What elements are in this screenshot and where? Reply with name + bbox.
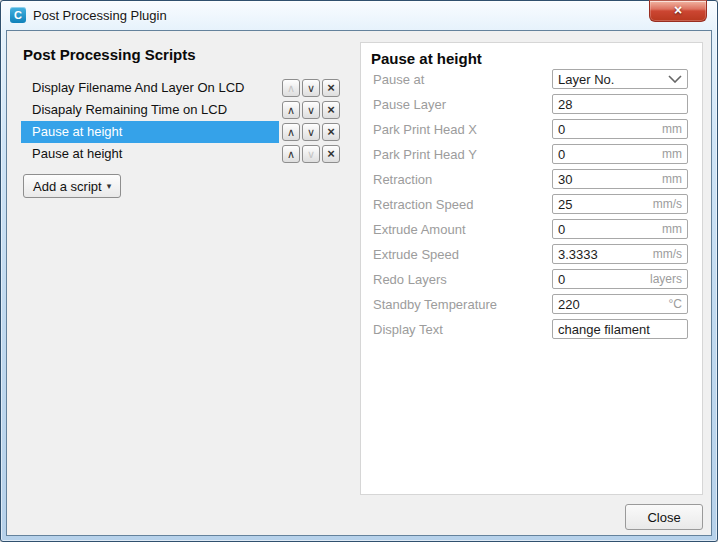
- scripts-panel-title: Post Processing Scripts: [23, 46, 196, 63]
- script-list: Display Filename And Layer On LCD∧∨×Disa…: [21, 77, 340, 165]
- move-down-button[interactable]: ∨: [302, 79, 320, 97]
- remove-script-button[interactable]: ×: [322, 101, 340, 119]
- settings-field-row: Display Text: [361, 319, 702, 339]
- script-item-controls: ∧∨×: [282, 99, 340, 121]
- close-icon: ×: [674, 2, 682, 18]
- titlebar[interactable]: C Post Processing Plugin ×: [1, 1, 717, 29]
- field-input[interactable]: [558, 122, 658, 137]
- add-script-button[interactable]: Add a script ▾: [23, 174, 121, 198]
- field-unit: °C: [669, 297, 682, 311]
- field-input-box: mm: [552, 169, 688, 189]
- field-input[interactable]: [558, 97, 682, 112]
- field-label: Extrude Speed: [373, 247, 552, 262]
- chevron-down-icon: [668, 75, 682, 83]
- settings-panel-title: Pause at height: [371, 50, 482, 67]
- move-down-button[interactable]: ∨: [302, 101, 320, 119]
- field-label: Standby Temperature: [373, 297, 552, 312]
- remove-script-button[interactable]: ×: [322, 79, 340, 97]
- remove-script-button[interactable]: ×: [322, 123, 340, 141]
- field-input[interactable]: [558, 222, 658, 237]
- field-unit: mm/s: [653, 197, 682, 211]
- script-list-item[interactable]: Pause at height∧∨×: [21, 143, 340, 165]
- caret-down-icon: ▾: [107, 182, 112, 191]
- settings-field-row: Standby Temperature°C: [361, 294, 702, 314]
- settings-field-row: Extrude Amountmm: [361, 219, 702, 239]
- field-input[interactable]: [558, 247, 649, 262]
- settings-field-list: Pause atLayer No.Pause LayerPark Print H…: [361, 69, 702, 344]
- field-input[interactable]: [558, 147, 658, 162]
- field-input-box: mm: [552, 219, 688, 239]
- script-list-item[interactable]: Display Filename And Layer On LCD∧∨×: [21, 77, 340, 99]
- field-input-box: mm: [552, 144, 688, 164]
- move-down-button[interactable]: ∨: [302, 123, 320, 141]
- field-label: Park Print Head X: [373, 122, 552, 137]
- close-button[interactable]: Close: [625, 504, 703, 530]
- field-label: Pause Layer: [373, 97, 552, 112]
- move-down-button[interactable]: ∨: [302, 145, 320, 163]
- field-unit: mm: [662, 172, 682, 186]
- script-list-item[interactable]: Pause at height∧∨×: [21, 121, 340, 143]
- field-input-box: [552, 94, 688, 114]
- field-input-box: mm/s: [552, 194, 688, 214]
- field-label: Retraction Speed: [373, 197, 552, 212]
- move-up-button[interactable]: ∧: [282, 101, 300, 119]
- field-label: Extrude Amount: [373, 222, 552, 237]
- field-unit: mm: [662, 147, 682, 161]
- settings-field-row: Pause Layer: [361, 94, 702, 114]
- field-input[interactable]: [558, 172, 658, 187]
- field-label: Park Print Head Y: [373, 147, 552, 162]
- field-input[interactable]: [558, 272, 646, 287]
- field-label: Redo Layers: [373, 272, 552, 287]
- settings-field-row: Park Print Head Xmm: [361, 119, 702, 139]
- script-item-controls: ∧∨×: [282, 77, 340, 99]
- move-up-button[interactable]: ∧: [282, 123, 300, 141]
- move-up-button[interactable]: ∧: [282, 79, 300, 97]
- field-input[interactable]: [558, 322, 682, 337]
- settings-field-row: Retraction Speedmm/s: [361, 194, 702, 214]
- settings-panel: Pause at height Pause atLayer No.Pause L…: [360, 42, 703, 495]
- script-item-label: Pause at height: [21, 121, 279, 143]
- field-unit: mm: [662, 122, 682, 136]
- dropdown-selected-value: Layer No.: [558, 72, 668, 87]
- field-input-box: mm: [552, 119, 688, 139]
- field-input-box: mm/s: [552, 244, 688, 264]
- dialog-content: Post Processing Scripts Display Filename…: [6, 30, 712, 536]
- settings-field-row: Extrude Speedmm/s: [361, 244, 702, 264]
- field-input[interactable]: [558, 297, 665, 312]
- field-input-box: °C: [552, 294, 688, 314]
- field-label: Display Text: [373, 322, 552, 337]
- field-input-box: [552, 319, 688, 339]
- add-script-label: Add a script: [33, 179, 102, 194]
- cura-app-icon: C: [10, 7, 26, 23]
- settings-field-row: Pause atLayer No.: [361, 69, 702, 89]
- script-item-label: Pause at height: [21, 143, 279, 165]
- script-item-controls: ∧∨×: [282, 121, 340, 143]
- field-label: Retraction: [373, 172, 552, 187]
- remove-script-button[interactable]: ×: [322, 145, 340, 163]
- script-item-label: Disapaly Remaining Time on LCD: [21, 99, 279, 121]
- field-input-box: layers: [552, 269, 688, 289]
- field-label: Pause at: [373, 72, 552, 87]
- window-title: Post Processing Plugin: [33, 8, 167, 23]
- script-item-controls: ∧∨×: [282, 143, 340, 165]
- field-unit: mm/s: [653, 247, 682, 261]
- settings-field-row: Retractionmm: [361, 169, 702, 189]
- script-item-label: Display Filename And Layer On LCD: [21, 77, 279, 99]
- field-unit: layers: [650, 272, 682, 286]
- settings-field-row: Park Print Head Ymm: [361, 144, 702, 164]
- window-close-button[interactable]: ×: [649, 0, 707, 22]
- script-list-item[interactable]: Disapaly Remaining Time on LCD∧∨×: [21, 99, 340, 121]
- field-input[interactable]: [558, 197, 649, 212]
- field-unit: mm: [662, 222, 682, 236]
- pause-at-dropdown[interactable]: Layer No.: [552, 69, 688, 89]
- settings-field-row: Redo Layerslayers: [361, 269, 702, 289]
- move-up-button[interactable]: ∧: [282, 145, 300, 163]
- dialog-window: C Post Processing Plugin × Post Processi…: [0, 0, 718, 542]
